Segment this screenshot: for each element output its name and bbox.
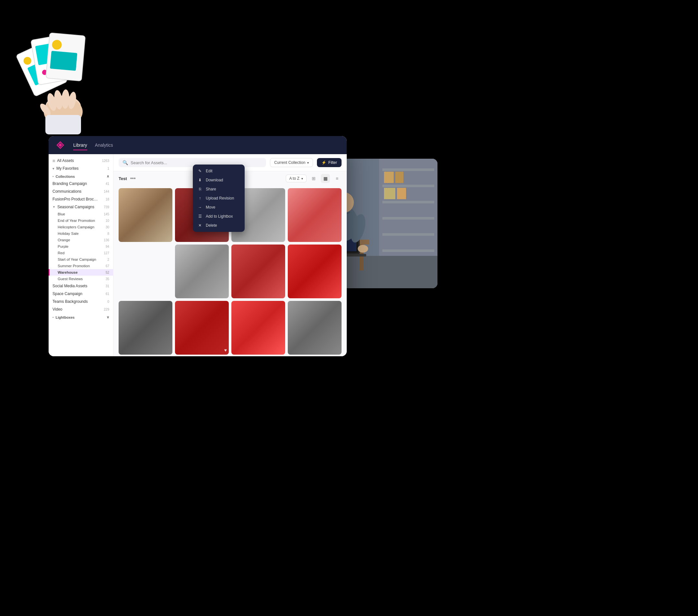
sidebar-item-purple[interactable]: Purple94 bbox=[48, 243, 113, 250]
sidebar-item-guest-reviews[interactable]: Guest Reviews35 bbox=[48, 276, 113, 282]
compact-grid-icon: ▦ bbox=[323, 176, 327, 181]
asset-card[interactable] bbox=[232, 301, 285, 355]
folder-options-button[interactable]: ••• bbox=[130, 175, 136, 181]
app-header: Library Analytics bbox=[48, 136, 347, 154]
sidebar-item-holiday[interactable]: Holiday Sale8 bbox=[48, 230, 113, 237]
sidebar-item-start-year[interactable]: Start of Year Campaign2 bbox=[48, 256, 113, 263]
sidebar: ⊞ All Assets 1263 ♥ My Favorites 1 ▪ Col… bbox=[48, 154, 113, 356]
svg-rect-23 bbox=[382, 233, 434, 236]
hero-illustration bbox=[13, 19, 110, 137]
asset-card[interactable] bbox=[232, 244, 285, 298]
app-logo bbox=[55, 140, 66, 150]
context-menu-share[interactable]: ⎘ Share bbox=[193, 185, 245, 194]
grid-icon: ⊞ bbox=[53, 159, 55, 162]
sidebar-item-fusionpro[interactable]: FusionPro Product Broc…18 bbox=[48, 195, 113, 203]
sidebar-item-space[interactable]: Space Campaign61 bbox=[48, 290, 113, 298]
app-window: Library Analytics ⊞ All Assets 1263 ♥ My… bbox=[48, 136, 347, 356]
sidebar-item-blue[interactable]: Blue145 bbox=[48, 211, 113, 217]
heart-icon: ♥ bbox=[53, 167, 54, 170]
context-menu-edit[interactable]: ✎ Edit bbox=[193, 167, 245, 175]
folder-name: Test bbox=[118, 176, 127, 181]
card-eye-button[interactable]: 👁 bbox=[146, 190, 154, 197]
sidebar-item-social-media[interactable]: Social Media Assets31 bbox=[48, 282, 113, 290]
grid-view-button[interactable]: ⊞ bbox=[309, 174, 318, 183]
lightbox-icon: ▪ bbox=[53, 315, 54, 319]
svg-rect-20 bbox=[382, 185, 434, 187]
sidebar-item-all-assets[interactable]: ⊞ All Assets 1263 bbox=[48, 157, 113, 164]
svg-rect-29 bbox=[397, 188, 406, 199]
chevron-up-icon: ∧ bbox=[107, 174, 109, 178]
svg-rect-22 bbox=[382, 217, 434, 219]
collections-section[interactable]: ▪ Collections ∧ bbox=[48, 172, 113, 180]
collection-selector[interactable]: Current Collection ▾ bbox=[270, 158, 313, 167]
svg-point-44 bbox=[358, 245, 368, 253]
context-menu-upload-revision[interactable]: ↑ Upload Revision bbox=[193, 194, 245, 203]
card-download-button[interactable]: ⬇ bbox=[155, 190, 162, 197]
context-menu-delete[interactable]: ✕ Delete bbox=[193, 221, 245, 230]
lightboxes-section[interactable]: ▪ Lightboxes ∨ bbox=[48, 313, 113, 321]
delete-icon: ✕ bbox=[197, 223, 203, 228]
compact-view-button[interactable]: ▦ bbox=[321, 174, 330, 183]
sidebar-item-favorites[interactable]: ♥ My Favorites 1 bbox=[48, 164, 113, 172]
list-view-button[interactable]: ≡ bbox=[333, 174, 341, 183]
share-icon: ⎘ bbox=[197, 187, 203, 191]
tab-analytics[interactable]: Analytics bbox=[95, 141, 113, 149]
svg-rect-16 bbox=[45, 115, 81, 134]
svg-rect-19 bbox=[382, 168, 434, 171]
sidebar-item-branding[interactable]: Branding Campaign41 bbox=[48, 180, 113, 187]
filter-button[interactable]: ⚡ Filter bbox=[317, 158, 341, 167]
sidebar-item-end-year[interactable]: End of Year Promotion10 bbox=[48, 217, 113, 224]
tab-library[interactable]: Library bbox=[73, 141, 87, 149]
context-menu-lightbox[interactable]: ☰ Add to Lightbox bbox=[193, 212, 245, 221]
download-icon: ⬇ bbox=[197, 178, 203, 182]
context-menu: ✎ Edit ⬇ Download ⎘ Share ↑ Upload Revis… bbox=[193, 164, 245, 232]
context-menu-move[interactable]: → Move bbox=[193, 203, 245, 212]
folder-icon: ▪ bbox=[53, 175, 54, 178]
list-icon: ≡ bbox=[336, 176, 338, 181]
sidebar-item-seasonal[interactable]: ▼ Seasonal Campaigns 739 bbox=[48, 203, 113, 211]
svg-rect-28 bbox=[384, 188, 395, 199]
chevron-down-icon: ▾ bbox=[307, 161, 309, 164]
asset-card[interactable] bbox=[288, 244, 341, 298]
svg-rect-24 bbox=[382, 249, 434, 252]
edit-icon: ✎ bbox=[197, 169, 203, 173]
sidebar-item-helicopters[interactable]: Helicopters Campaign30 bbox=[48, 224, 113, 230]
asset-card[interactable] bbox=[288, 188, 341, 242]
context-menu-download[interactable]: ⬇ Download bbox=[193, 175, 245, 185]
sidebar-item-communications[interactable]: Communications144 bbox=[48, 187, 113, 195]
sidebar-item-warehouse[interactable]: Warehouse52 bbox=[48, 269, 113, 276]
sidebar-item-video[interactable]: Video229 bbox=[48, 305, 113, 313]
chevron-down-icon: ▾ bbox=[302, 177, 303, 181]
svg-rect-21 bbox=[382, 201, 434, 203]
lightbox-add-icon: ☰ bbox=[197, 214, 203, 219]
expand-icon: ▼ bbox=[53, 205, 55, 209]
card-more-button[interactable]: ••• bbox=[163, 190, 170, 197]
sidebar-item-summer[interactable]: Summer Promotion67 bbox=[48, 263, 113, 269]
main-content: 🔍 Current Collection ▾ ⚡ Filter Test ••• bbox=[113, 154, 347, 356]
upload-icon: ↑ bbox=[197, 196, 203, 200]
sidebar-item-red[interactable]: Red127 bbox=[48, 250, 113, 256]
asset-card[interactable]: ♥ bbox=[175, 301, 229, 355]
grid-icon: ⊞ bbox=[312, 176, 316, 181]
asset-card[interactable] bbox=[118, 301, 172, 355]
sidebar-item-teams[interactable]: Teams Backgrounds0 bbox=[48, 298, 113, 305]
app-body: ⊞ All Assets 1263 ♥ My Favorites 1 ▪ Col… bbox=[48, 154, 347, 356]
filter-icon: ⚡ bbox=[321, 160, 326, 165]
svg-rect-8 bbox=[50, 51, 77, 71]
chevron-down-icon: ∨ bbox=[107, 315, 109, 319]
asset-card[interactable] bbox=[288, 301, 341, 355]
asset-card[interactable] bbox=[175, 244, 229, 298]
svg-rect-27 bbox=[395, 172, 403, 183]
move-icon: → bbox=[197, 205, 203, 210]
sidebar-item-orange[interactable]: Orange136 bbox=[48, 237, 113, 243]
svg-rect-26 bbox=[384, 172, 394, 183]
asset-card[interactable]: 👁 ⬇ ••• bbox=[118, 188, 172, 242]
sort-selector[interactable]: A to Z ▾ bbox=[286, 175, 307, 182]
search-icon: 🔍 bbox=[123, 160, 128, 165]
